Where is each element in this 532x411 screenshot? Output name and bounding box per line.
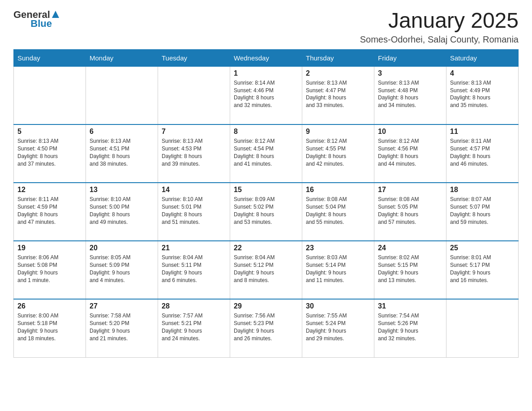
day-info: Sunrise: 8:07 AM Sunset: 5:07 PM Dayligh… xyxy=(450,196,515,226)
day-info: Sunrise: 8:04 AM Sunset: 5:11 PM Dayligh… xyxy=(162,254,226,284)
month-title: January 2025 xyxy=(360,9,519,33)
day-info: Sunrise: 8:00 AM Sunset: 5:18 PM Dayligh… xyxy=(17,312,82,342)
calendar-cell: 22Sunrise: 8:04 AM Sunset: 5:12 PM Dayli… xyxy=(230,241,302,299)
day-number: 26 xyxy=(17,302,82,310)
day-info: Sunrise: 8:04 AM Sunset: 5:12 PM Dayligh… xyxy=(234,254,298,284)
day-info: Sunrise: 8:13 AM Sunset: 4:53 PM Dayligh… xyxy=(162,137,226,167)
day-number: 2 xyxy=(306,69,370,77)
calendar-cell xyxy=(446,299,519,357)
day-number: 24 xyxy=(378,244,442,252)
day-info: Sunrise: 7:58 AM Sunset: 5:20 PM Dayligh… xyxy=(90,312,154,342)
day-info: Sunrise: 8:10 AM Sunset: 5:01 PM Dayligh… xyxy=(162,196,226,226)
day-info: Sunrise: 8:13 AM Sunset: 4:49 PM Dayligh… xyxy=(450,79,515,109)
day-info: Sunrise: 8:11 AM Sunset: 4:57 PM Dayligh… xyxy=(450,137,515,167)
day-number: 12 xyxy=(17,186,82,194)
calendar-cell: 3Sunrise: 8:13 AM Sunset: 4:48 PM Daylig… xyxy=(374,66,446,124)
calendar-cell: 6Sunrise: 8:13 AM Sunset: 4:51 PM Daylig… xyxy=(86,124,158,183)
day-number: 16 xyxy=(306,186,370,194)
calendar-cell: 18Sunrise: 8:07 AM Sunset: 5:07 PM Dayli… xyxy=(446,183,519,241)
day-info: Sunrise: 8:13 AM Sunset: 4:47 PM Dayligh… xyxy=(306,79,370,109)
day-number: 29 xyxy=(234,302,298,310)
day-number: 30 xyxy=(306,302,370,310)
day-info: Sunrise: 7:56 AM Sunset: 5:23 PM Dayligh… xyxy=(234,312,298,342)
day-number: 1 xyxy=(234,69,298,77)
day-number: 7 xyxy=(162,128,226,136)
calendar-cell: 25Sunrise: 8:01 AM Sunset: 5:17 PM Dayli… xyxy=(446,241,519,299)
calendar-cell: 10Sunrise: 8:12 AM Sunset: 4:56 PM Dayli… xyxy=(374,124,446,183)
day-info: Sunrise: 8:13 AM Sunset: 4:48 PM Dayligh… xyxy=(378,79,442,109)
day-info: Sunrise: 7:55 AM Sunset: 5:24 PM Dayligh… xyxy=(306,312,370,342)
week-row-1: 1Sunrise: 8:14 AM Sunset: 4:46 PM Daylig… xyxy=(14,66,519,124)
calendar-cell: 15Sunrise: 8:09 AM Sunset: 5:02 PM Dayli… xyxy=(230,183,302,241)
day-number: 6 xyxy=(90,128,154,136)
day-number: 22 xyxy=(234,244,298,252)
calendar-cell: 27Sunrise: 7:58 AM Sunset: 5:20 PM Dayli… xyxy=(86,299,158,357)
calendar-cell: 31Sunrise: 7:54 AM Sunset: 5:26 PM Dayli… xyxy=(374,299,446,357)
day-number: 11 xyxy=(450,128,515,136)
header-day-saturday: Saturday xyxy=(446,49,519,66)
week-row-3: 12Sunrise: 8:11 AM Sunset: 4:59 PM Dayli… xyxy=(14,183,519,241)
logo: General Blue xyxy=(13,9,60,30)
calendar-cell: 17Sunrise: 8:08 AM Sunset: 5:05 PM Dayli… xyxy=(374,183,446,241)
day-number: 19 xyxy=(17,244,82,252)
calendar-cell: 24Sunrise: 8:02 AM Sunset: 5:15 PM Dayli… xyxy=(374,241,446,299)
day-info: Sunrise: 8:02 AM Sunset: 5:15 PM Dayligh… xyxy=(378,254,442,284)
header-day-monday: Monday xyxy=(86,49,158,66)
day-number: 20 xyxy=(90,244,154,252)
day-number: 3 xyxy=(378,69,442,77)
day-info: Sunrise: 8:13 AM Sunset: 4:51 PM Dayligh… xyxy=(90,137,154,167)
calendar-cell: 5Sunrise: 8:13 AM Sunset: 4:50 PM Daylig… xyxy=(14,124,86,183)
week-row-5: 26Sunrise: 8:00 AM Sunset: 5:18 PM Dayli… xyxy=(14,299,519,357)
calendar-cell: 4Sunrise: 8:13 AM Sunset: 4:49 PM Daylig… xyxy=(446,66,519,124)
day-info: Sunrise: 8:14 AM Sunset: 4:46 PM Dayligh… xyxy=(234,79,298,109)
calendar-cell: 7Sunrise: 8:13 AM Sunset: 4:53 PM Daylig… xyxy=(158,124,230,183)
calendar-cell: 23Sunrise: 8:03 AM Sunset: 5:14 PM Dayli… xyxy=(302,241,374,299)
logo-triangle-icon xyxy=(51,10,60,19)
title-section: January 2025 Somes-Odorhei, Salaj County… xyxy=(360,9,519,45)
header-day-friday: Friday xyxy=(374,49,446,66)
calendar-cell: 2Sunrise: 8:13 AM Sunset: 4:47 PM Daylig… xyxy=(302,66,374,124)
calendar-cell: 26Sunrise: 8:00 AM Sunset: 5:18 PM Dayli… xyxy=(14,299,86,357)
day-number: 31 xyxy=(378,302,442,310)
day-info: Sunrise: 8:08 AM Sunset: 5:04 PM Dayligh… xyxy=(306,196,370,226)
calendar-cell xyxy=(14,66,86,124)
day-info: Sunrise: 8:06 AM Sunset: 5:08 PM Dayligh… xyxy=(17,254,82,284)
day-info: Sunrise: 8:05 AM Sunset: 5:09 PM Dayligh… xyxy=(90,254,154,284)
calendar-cell: 14Sunrise: 8:10 AM Sunset: 5:01 PM Dayli… xyxy=(158,183,230,241)
calendar-cell: 11Sunrise: 8:11 AM Sunset: 4:57 PM Dayli… xyxy=(446,124,519,183)
logo-blue: Blue xyxy=(30,18,60,30)
day-info: Sunrise: 8:12 AM Sunset: 4:56 PM Dayligh… xyxy=(378,137,442,167)
day-info: Sunrise: 8:11 AM Sunset: 4:59 PM Dayligh… xyxy=(17,196,82,226)
week-row-2: 5Sunrise: 8:13 AM Sunset: 4:50 PM Daylig… xyxy=(14,124,519,183)
day-info: Sunrise: 8:10 AM Sunset: 5:00 PM Dayligh… xyxy=(90,196,154,226)
day-number: 25 xyxy=(450,244,515,252)
day-number: 15 xyxy=(234,186,298,194)
calendar-cell: 1Sunrise: 8:14 AM Sunset: 4:46 PM Daylig… xyxy=(230,66,302,124)
day-info: Sunrise: 8:03 AM Sunset: 5:14 PM Dayligh… xyxy=(306,254,370,284)
day-number: 23 xyxy=(306,244,370,252)
calendar-cell: 13Sunrise: 8:10 AM Sunset: 5:00 PM Dayli… xyxy=(86,183,158,241)
day-number: 4 xyxy=(450,69,515,77)
day-info: Sunrise: 8:01 AM Sunset: 5:17 PM Dayligh… xyxy=(450,254,515,284)
header-day-wednesday: Wednesday xyxy=(230,49,302,66)
day-number: 27 xyxy=(90,302,154,310)
header-day-tuesday: Tuesday xyxy=(158,49,230,66)
location: Somes-Odorhei, Salaj County, Romania xyxy=(360,34,519,45)
day-info: Sunrise: 8:09 AM Sunset: 5:02 PM Dayligh… xyxy=(234,196,298,226)
svg-marker-0 xyxy=(52,11,59,18)
day-number: 21 xyxy=(162,244,226,252)
calendar-cell: 16Sunrise: 8:08 AM Sunset: 5:04 PM Dayli… xyxy=(302,183,374,241)
calendar-cell: 20Sunrise: 8:05 AM Sunset: 5:09 PM Dayli… xyxy=(86,241,158,299)
calendar-cell: 30Sunrise: 7:55 AM Sunset: 5:24 PM Dayli… xyxy=(302,299,374,357)
header-day-sunday: Sunday xyxy=(14,49,86,66)
calendar-cell: 19Sunrise: 8:06 AM Sunset: 5:08 PM Dayli… xyxy=(14,241,86,299)
calendar-table: SundayMondayTuesdayWednesdayThursdayFrid… xyxy=(13,49,519,358)
day-info: Sunrise: 8:08 AM Sunset: 5:05 PM Dayligh… xyxy=(378,196,442,226)
day-number: 8 xyxy=(234,128,298,136)
calendar-cell: 8Sunrise: 8:12 AM Sunset: 4:54 PM Daylig… xyxy=(230,124,302,183)
day-info: Sunrise: 7:54 AM Sunset: 5:26 PM Dayligh… xyxy=(378,312,442,342)
day-number: 9 xyxy=(306,128,370,136)
day-info: Sunrise: 8:12 AM Sunset: 4:54 PM Dayligh… xyxy=(234,137,298,167)
day-number: 28 xyxy=(162,302,226,310)
calendar-cell: 9Sunrise: 8:12 AM Sunset: 4:55 PM Daylig… xyxy=(302,124,374,183)
